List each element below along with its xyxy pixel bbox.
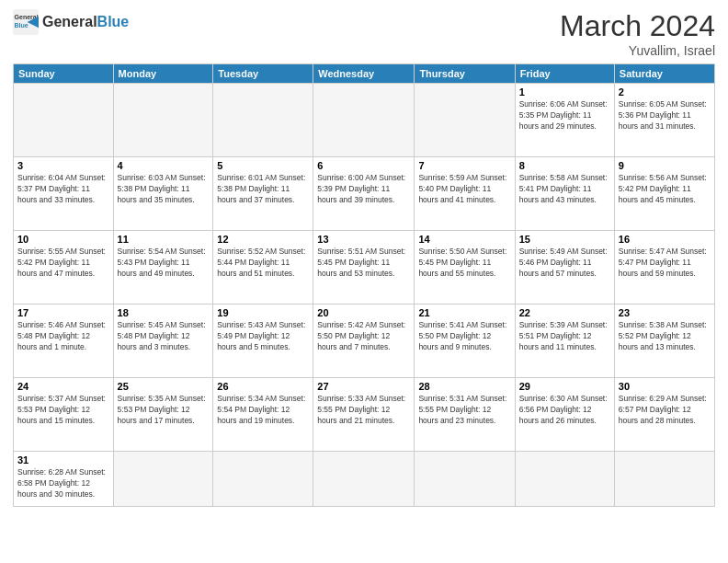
table-row — [614, 452, 714, 507]
day-number: 26 — [217, 381, 309, 392]
day-number: 29 — [519, 381, 610, 392]
day-info: Sunrise: 5:56 AM Sunset: 5:42 PM Dayligh… — [619, 173, 711, 206]
table-row: 3Sunrise: 6:04 AM Sunset: 5:37 PM Daylig… — [14, 157, 114, 231]
header-thursday: Thursday — [415, 64, 515, 84]
table-row: 15Sunrise: 5:49 AM Sunset: 5:46 PM Dayli… — [515, 231, 614, 304]
day-info: Sunrise: 5:51 AM Sunset: 5:45 PM Dayligh… — [317, 247, 410, 280]
day-info: Sunrise: 5:47 AM Sunset: 5:47 PM Dayligh… — [619, 247, 711, 280]
table-row — [113, 452, 213, 507]
header-wednesday: Wednesday — [313, 64, 415, 84]
table-row: 11Sunrise: 5:54 AM Sunset: 5:43 PM Dayli… — [113, 231, 213, 304]
table-row: 25Sunrise: 5:35 AM Sunset: 5:53 PM Dayli… — [113, 378, 213, 452]
day-number: 21 — [418, 307, 510, 318]
day-number: 8 — [519, 160, 610, 171]
table-row: 24Sunrise: 5:37 AM Sunset: 5:53 PM Dayli… — [14, 378, 114, 452]
table-row: 13Sunrise: 5:51 AM Sunset: 5:45 PM Dayli… — [313, 231, 415, 304]
table-row: 1Sunrise: 6:06 AM Sunset: 5:35 PM Daylig… — [515, 84, 614, 157]
day-info: Sunrise: 5:39 AM Sunset: 5:51 PM Dayligh… — [519, 320, 610, 353]
table-row: 27Sunrise: 5:33 AM Sunset: 5:55 PM Dayli… — [313, 378, 415, 452]
logo-general: General — [42, 14, 97, 29]
day-number: 18 — [118, 307, 210, 318]
day-number: 11 — [118, 234, 210, 245]
header-saturday: Saturday — [614, 64, 714, 84]
day-number: 25 — [118, 381, 210, 392]
day-info: Sunrise: 5:52 AM Sunset: 5:44 PM Dayligh… — [217, 247, 309, 280]
header-sunday: Sunday — [14, 64, 114, 84]
table-row: 6Sunrise: 6:00 AM Sunset: 5:39 PM Daylig… — [313, 157, 415, 231]
day-info: Sunrise: 6:28 AM Sunset: 6:58 PM Dayligh… — [17, 467, 109, 500]
day-number: 31 — [17, 454, 109, 465]
day-number: 28 — [418, 381, 510, 392]
table-row: 26Sunrise: 5:34 AM Sunset: 5:54 PM Dayli… — [213, 378, 313, 452]
header-friday: Friday — [515, 64, 614, 84]
day-number: 4 — [118, 160, 210, 171]
day-info: Sunrise: 5:45 AM Sunset: 5:48 PM Dayligh… — [118, 320, 210, 353]
table-row: 16Sunrise: 5:47 AM Sunset: 5:47 PM Dayli… — [614, 231, 714, 304]
table-row: 31Sunrise: 6:28 AM Sunset: 6:58 PM Dayli… — [14, 452, 114, 507]
weekday-header-row: Sunday Monday Tuesday Wednesday Thursday… — [14, 64, 715, 84]
table-row — [14, 84, 114, 157]
day-info: Sunrise: 6:05 AM Sunset: 5:36 PM Dayligh… — [619, 99, 711, 132]
day-info: Sunrise: 5:38 AM Sunset: 5:52 PM Dayligh… — [619, 320, 711, 353]
table-row: 12Sunrise: 5:52 AM Sunset: 5:44 PM Dayli… — [213, 231, 313, 304]
table-row — [515, 452, 614, 507]
table-row: 17Sunrise: 5:46 AM Sunset: 5:48 PM Dayli… — [14, 304, 114, 378]
day-info: Sunrise: 5:58 AM Sunset: 5:41 PM Dayligh… — [519, 173, 610, 206]
table-row — [213, 452, 313, 507]
day-number: 16 — [619, 234, 711, 245]
table-row: 23Sunrise: 5:38 AM Sunset: 5:52 PM Dayli… — [614, 304, 714, 378]
title-block: March 2024 Yuvallim, Israel — [560, 9, 715, 58]
table-row — [213, 84, 313, 157]
table-row: 9Sunrise: 5:56 AM Sunset: 5:42 PM Daylig… — [614, 157, 714, 231]
day-number: 13 — [317, 234, 410, 245]
table-row: 19Sunrise: 5:43 AM Sunset: 5:49 PM Dayli… — [213, 304, 313, 378]
day-number: 22 — [519, 307, 610, 318]
table-row — [415, 452, 515, 507]
day-info: Sunrise: 5:46 AM Sunset: 5:48 PM Dayligh… — [17, 320, 109, 353]
table-row: 28Sunrise: 5:31 AM Sunset: 5:55 PM Dayli… — [415, 378, 515, 452]
day-number: 14 — [418, 234, 510, 245]
day-number: 30 — [619, 381, 711, 392]
day-info: Sunrise: 5:50 AM Sunset: 5:45 PM Dayligh… — [418, 247, 510, 280]
table-row: 8Sunrise: 5:58 AM Sunset: 5:41 PM Daylig… — [515, 157, 614, 231]
table-row: 30Sunrise: 6:29 AM Sunset: 6:57 PM Dayli… — [614, 378, 714, 452]
table-row: 5Sunrise: 6:01 AM Sunset: 5:38 PM Daylig… — [213, 157, 313, 231]
day-info: Sunrise: 5:41 AM Sunset: 5:50 PM Dayligh… — [418, 320, 510, 353]
table-row: 18Sunrise: 5:45 AM Sunset: 5:48 PM Dayli… — [113, 304, 213, 378]
table-row: 4Sunrise: 6:03 AM Sunset: 5:38 PM Daylig… — [113, 157, 213, 231]
day-number: 12 — [217, 234, 309, 245]
day-number: 23 — [619, 307, 711, 318]
table-row: 10Sunrise: 5:55 AM Sunset: 5:42 PM Dayli… — [14, 231, 114, 304]
month-year-title: March 2024 — [560, 9, 715, 43]
day-info: Sunrise: 5:49 AM Sunset: 5:46 PM Dayligh… — [519, 247, 610, 280]
location-text: Yuvallim, Israel — [560, 43, 715, 58]
day-number: 10 — [17, 234, 109, 245]
table-row: 7Sunrise: 5:59 AM Sunset: 5:40 PM Daylig… — [415, 157, 515, 231]
table-row — [415, 84, 515, 157]
day-number: 15 — [519, 234, 610, 245]
svg-text:Blue: Blue — [15, 22, 28, 29]
logo: General Blue GeneralBlue — [13, 9, 129, 35]
table-row: 22Sunrise: 5:39 AM Sunset: 5:51 PM Dayli… — [515, 304, 614, 378]
day-info: Sunrise: 6:29 AM Sunset: 6:57 PM Dayligh… — [619, 394, 711, 427]
header-tuesday: Tuesday — [213, 64, 313, 84]
day-info: Sunrise: 5:59 AM Sunset: 5:40 PM Dayligh… — [418, 173, 510, 206]
day-info: Sunrise: 6:30 AM Sunset: 6:56 PM Dayligh… — [519, 394, 610, 427]
day-number: 7 — [418, 160, 510, 171]
day-number: 27 — [317, 381, 410, 392]
day-info: Sunrise: 5:42 AM Sunset: 5:50 PM Dayligh… — [317, 320, 410, 353]
day-info: Sunrise: 6:01 AM Sunset: 5:38 PM Dayligh… — [217, 173, 309, 206]
day-number: 1 — [519, 86, 610, 98]
logo-icon: General Blue — [13, 9, 39, 35]
day-number: 20 — [317, 307, 410, 318]
day-info: Sunrise: 6:04 AM Sunset: 5:37 PM Dayligh… — [17, 173, 109, 206]
calendar: Sunday Monday Tuesday Wednesday Thursday… — [13, 63, 715, 507]
logo-blue: Blue — [97, 14, 130, 29]
table-row — [313, 452, 415, 507]
table-row — [313, 84, 415, 157]
table-row: 29Sunrise: 6:30 AM Sunset: 6:56 PM Dayli… — [515, 378, 614, 452]
day-info: Sunrise: 6:03 AM Sunset: 5:38 PM Dayligh… — [118, 173, 210, 206]
day-info: Sunrise: 5:37 AM Sunset: 5:53 PM Dayligh… — [17, 394, 109, 427]
day-number: 2 — [619, 86, 711, 98]
day-number: 17 — [17, 307, 109, 318]
